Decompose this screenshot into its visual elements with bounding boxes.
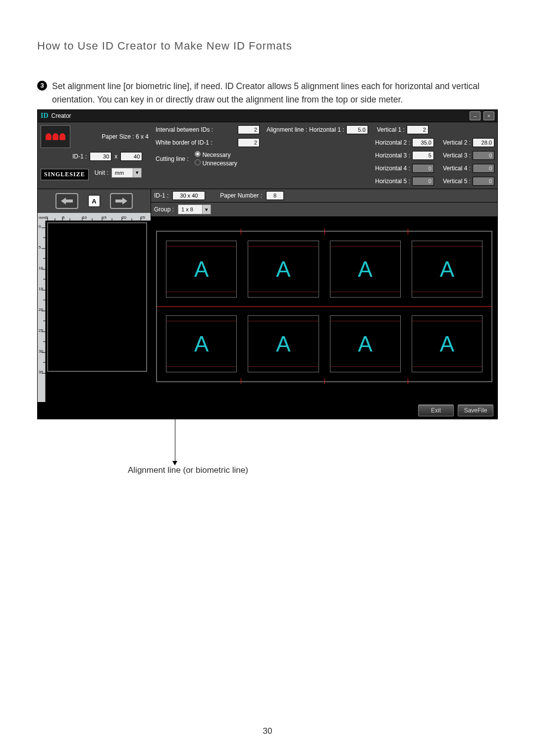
app-logo: ID [41,112,49,120]
layout-cell: A [166,315,237,372]
layout-cell: A [330,315,401,372]
border-label: White border of ID-1 : [156,139,213,146]
svg-text:20: 20 [39,307,43,312]
layout-cell: A [248,315,319,372]
paper-stage[interactable]: A A A A A A A A [151,217,497,402]
step-3: 3 Set alignment line [or biometric line]… [37,80,498,106]
next-button[interactable] [110,193,133,209]
svg-text:0: 0 [39,224,41,229]
page-number: 30 [0,726,535,736]
save-file-button[interactable]: SaveFile [458,404,493,416]
svg-text:mm0: mm0 [39,215,48,220]
id-creator-window: ID Creator – × Paper Size : 6 x 4 ID-1 : [37,109,498,419]
radio-necessary[interactable]: Necessary [195,151,237,158]
titlebar: ID Creator – × [38,110,497,122]
layout-cell: A [412,315,482,372]
unit-label: Unit : [95,169,108,176]
page-title: How to Use ID Creator to Make New ID For… [37,40,498,52]
h3-field[interactable]: 5 [412,151,434,160]
chevron-down-icon: ▾ [133,168,141,177]
interval-label: Interval between IDs : [156,126,213,133]
h2-field[interactable]: 35.0 [412,138,434,147]
layout-cell: A [166,241,237,298]
v3-field[interactable]: 0 [473,151,494,160]
minimize-icon[interactable]: – [470,111,481,120]
group-select[interactable]: 1 x 8▾ [178,204,211,214]
layout-cell: A [330,241,401,298]
svg-text:15: 15 [102,215,107,220]
id1-width[interactable]: 30 [90,152,111,161]
step-bullet-3: 3 [37,81,47,91]
singlesize-badge: SINGLESIZE [41,169,89,180]
paper-size-label: Paper Size : 6 x 4 [102,133,149,140]
svg-rect-2 [46,221,151,402]
prev-button[interactable] [55,193,78,209]
svg-text:15: 15 [39,287,43,291]
alignment-header: Alignment line : [267,126,307,133]
layout-info-strip: ID-1 : 30 x 40 Paper Number : 8 [151,189,497,202]
svg-text:5: 5 [62,215,65,220]
window-title: Creator [52,112,71,119]
svg-text:25: 25 [39,328,43,333]
radio-unnecessary[interactable]: Unnecessary [195,159,237,167]
layout-info-strip-2: Group : 1 x 8▾ [151,202,497,217]
layout-cell: A [248,241,319,298]
layout-cell: A [412,241,482,298]
step-text: Set alignment line [or biometric line], … [52,80,498,106]
callout-label: Alignment line (or biometric line) [128,465,248,475]
v4-field[interactable]: 0 [473,164,494,173]
callout-arrow [115,389,177,463]
window-footer: Exit SaveFile [38,402,497,419]
exit-button[interactable]: Exit [418,404,454,416]
settings-toolbar: Paper Size : 6 x 4 ID-1 : 30 x 40 SINGLE… [38,122,497,189]
border-field[interactable]: 2 [238,138,260,147]
svg-text:20: 20 [122,215,126,220]
id1-label: ID-1 : [72,153,87,160]
close-icon[interactable]: × [483,111,494,120]
paper-number-field: 8 [266,191,284,200]
id1-height[interactable]: 40 [120,152,142,161]
svg-text:10: 10 [39,266,43,270]
cutting-line-label: Cutting line : [156,155,189,162]
h4-field[interactable]: 0 [412,164,434,173]
current-id-thumb: A [88,195,100,207]
v2-field[interactable]: 28.0 [473,138,494,147]
svg-text:35: 35 [39,370,43,374]
unit-select[interactable]: mm▾ [111,168,142,178]
interval-field[interactable]: 2 [238,125,260,134]
svg-text:25: 25 [141,215,145,220]
svg-text:30: 30 [39,349,43,353]
v1-field[interactable]: 2 [407,125,428,134]
work-area: A [38,189,497,402]
preview-thumb [41,125,70,148]
id-size-field: 30 x 40 [172,191,205,200]
svg-text:10: 10 [82,215,87,220]
h1-field[interactable]: 5.0 [346,125,368,134]
svg-rect-0 [38,213,151,221]
chevron-down-icon: ▾ [202,205,211,214]
ruler-canvas[interactable]: A [38,189,151,402]
svg-text:5: 5 [39,245,41,250]
v5-field[interactable]: 0 [473,177,494,186]
h5-field[interactable]: 0 [412,177,434,186]
